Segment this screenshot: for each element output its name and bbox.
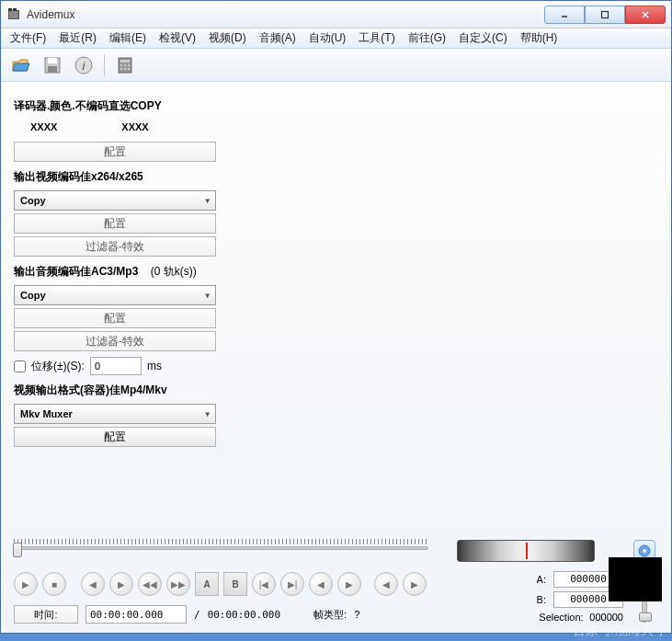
time-separator: / — [194, 609, 200, 621]
audio-shift-unit: ms — [147, 360, 162, 372]
menu-file[interactable]: 文件(F) — [6, 29, 50, 48]
play-button[interactable]: ▶ — [14, 572, 38, 596]
svg-rect-5 — [602, 11, 609, 17]
svg-rect-3 — [13, 8, 17, 11]
open-icon[interactable] — [10, 54, 32, 76]
time-button[interactable]: 时间: — [14, 605, 78, 624]
goto-marker-b-button[interactable]: ▶ — [337, 572, 361, 596]
close-button[interactable] — [625, 6, 666, 24]
set-marker-b-button[interactable]: B — [223, 572, 247, 596]
audio-configure-button[interactable]: 配置 — [14, 308, 216, 328]
menu-video[interactable]: 视频(D) — [205, 29, 250, 48]
menu-view[interactable]: 检视(V) — [155, 29, 199, 48]
window-title: Avidemux — [27, 8, 544, 21]
total-time: 00:00:00.000 — [208, 609, 280, 621]
marker-a-label: A: — [537, 574, 546, 585]
menu-custom[interactable]: 自定义(C) — [455, 29, 511, 48]
svg-rect-16 — [124, 64, 126, 66]
svg-rect-1 — [9, 11, 18, 18]
save-icon[interactable] — [41, 54, 63, 76]
svg-rect-10 — [48, 66, 57, 73]
prev-frame-button[interactable]: ◀ — [81, 572, 105, 596]
toolbar-separator — [104, 54, 105, 76]
goto-start-button[interactable]: |◀ — [252, 572, 276, 596]
minimize-button[interactable] — [544, 6, 585, 24]
menu-help[interactable]: 帮助(H) — [517, 29, 562, 48]
frame-type-label: 帧类型: — [313, 608, 347, 622]
menu-auto[interactable]: 自动(U) — [305, 29, 350, 48]
decoder-title: 译码器.颜色.不编码直选COPY — [14, 98, 658, 114]
app-icon — [6, 7, 21, 22]
video-output-title: 输出视频编码佳x264/x265 — [14, 169, 658, 185]
menu-tools[interactable]: 工具(T) — [355, 29, 398, 48]
preview-box — [609, 557, 662, 601]
audio-filters-button[interactable]: 过滤器-特效 — [14, 331, 216, 351]
audio-shift-checkbox[interactable] — [14, 361, 26, 372]
video-codec-select[interactable]: Copy — [14, 190, 216, 211]
content-area: 译码器.颜色.不编码直选COPY XXXX XXXX 配置 输出视频编码佳x26… — [1, 82, 671, 633]
video-configure-button[interactable]: 配置 — [14, 213, 216, 234]
menubar: 文件(F) 最近(R) 编辑(E) 检视(V) 视频(D) 音频(A) 自动(U… — [1, 29, 671, 49]
prev-keyframe-button[interactable]: ◀◀ — [138, 572, 162, 596]
menu-recent[interactable]: 最近(R) — [55, 29, 100, 48]
selection-value: 000000 — [589, 612, 623, 623]
goto-marker-a-button[interactable]: ◀ — [309, 572, 333, 596]
decoder-name: XXXX — [30, 121, 57, 132]
svg-rect-17 — [128, 64, 130, 66]
audio-shift-label: 位移(±)(S): — [31, 359, 85, 374]
video-filters-button[interactable]: 过滤器-特效 — [14, 236, 216, 257]
jog-wheel[interactable] — [457, 540, 595, 562]
goto-end-button[interactable]: ▶| — [280, 572, 304, 596]
menu-edit[interactable]: 编辑(E) — [106, 29, 150, 48]
svg-rect-2 — [8, 8, 12, 11]
next-black-frame-button[interactable]: ▶ — [403, 572, 427, 596]
calculator-icon[interactable] — [114, 54, 136, 76]
svg-rect-15 — [120, 64, 122, 66]
decoder-configure-button[interactable]: 配置 — [14, 142, 216, 162]
svg-point-22 — [643, 549, 646, 553]
time-input[interactable] — [85, 605, 187, 624]
output-configure-button[interactable]: 配置 — [14, 427, 216, 447]
output-format-title: 视频输出格式(容器)佳Mp4/Mkv — [14, 383, 658, 398]
toolbar: i — [1, 49, 671, 82]
svg-rect-14 — [120, 60, 130, 63]
menu-goto[interactable]: 前往(G) — [404, 29, 450, 48]
svg-rect-19 — [124, 68, 126, 70]
audio-shift-input[interactable] — [90, 357, 142, 375]
svg-rect-9 — [48, 58, 57, 63]
marker-b-label: B: — [537, 594, 546, 605]
maximize-button[interactable] — [585, 6, 625, 24]
titlebar: Avidemux — [1, 1, 671, 29]
svg-rect-18 — [120, 68, 122, 70]
audio-tracks-count: (0 轨k(s)) — [151, 265, 197, 278]
prev-black-frame-button[interactable]: ◀ — [374, 572, 398, 596]
info-icon[interactable]: i — [73, 54, 95, 76]
next-frame-button[interactable]: ▶ — [109, 572, 133, 596]
frame-type-value: ? — [354, 609, 359, 620]
audio-output-title: 输出音频编码佳AC3/Mp3 (0 轨k(s)) — [14, 264, 658, 280]
menu-audio[interactable]: 音频(A) — [256, 29, 300, 48]
next-keyframe-button[interactable]: ▶▶ — [166, 572, 190, 596]
selection-label: Selection: — [539, 612, 583, 623]
audio-codec-select[interactable]: Copy — [14, 285, 216, 305]
decoder-color: XXXX — [121, 121, 148, 132]
svg-rect-20 — [128, 68, 130, 70]
output-muxer-select[interactable]: Mkv Muxer — [14, 404, 216, 424]
stop-button[interactable]: ■ — [42, 572, 66, 596]
set-marker-a-button[interactable]: A — [195, 572, 219, 596]
